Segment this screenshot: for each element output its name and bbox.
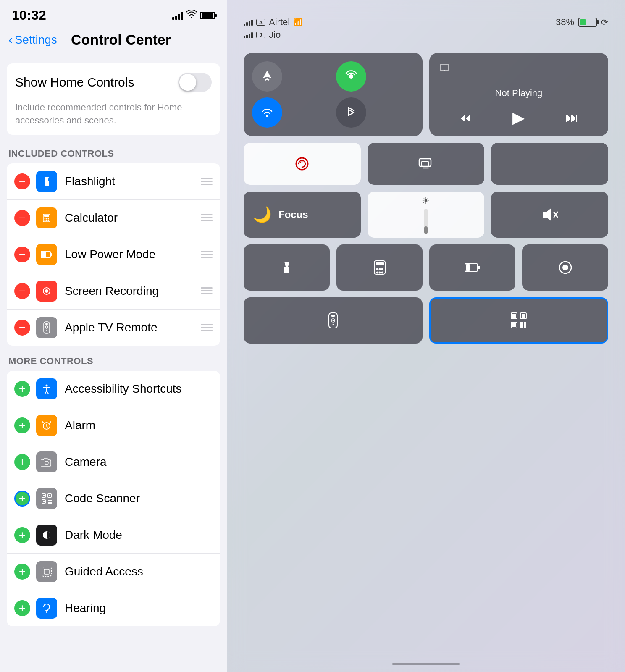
- drag-handle[interactable]: [201, 251, 213, 258]
- cc-empty-slot: [491, 143, 608, 185]
- svg-rect-26: [43, 501, 45, 502]
- svg-point-3: [45, 218, 46, 219]
- remove-tvremote-button[interactable]: [14, 320, 30, 336]
- remove-lowpower-button[interactable]: [14, 247, 30, 262]
- svg-point-4: [46, 218, 47, 219]
- cc-airplay-icon: [439, 62, 450, 74]
- carrier2-label: Jio: [269, 29, 281, 40]
- cc-row3: 🌙 Focus ☀: [244, 192, 608, 238]
- cc-focus-button[interactable]: 🌙 Focus: [244, 192, 361, 238]
- status-time: 10:32: [12, 8, 46, 23]
- svg-rect-10: [42, 252, 46, 257]
- cc-hotspot-button[interactable]: [336, 61, 366, 92]
- remove-screenrecord-button[interactable]: [14, 283, 30, 299]
- cc-signal2-icon: [244, 32, 253, 38]
- drag-handle[interactable]: [201, 287, 213, 294]
- sim2-badge: J: [256, 32, 265, 38]
- cc-focus-label: Focus: [278, 209, 308, 220]
- status-icons: [172, 10, 215, 21]
- svg-rect-25: [49, 495, 50, 496]
- svg-rect-2: [44, 215, 49, 217]
- flashlight-label: Flashlight: [65, 175, 201, 188]
- alarm-label: Alarm: [65, 419, 213, 432]
- svg-point-58: [333, 324, 334, 326]
- cc-brightness-button[interactable]: ☀: [368, 192, 485, 238]
- cc-row5: [244, 297, 608, 344]
- cc-record-button[interactable]: [522, 244, 608, 291]
- svg-point-5: [48, 218, 49, 219]
- svg-point-8: [48, 220, 49, 221]
- cc-connectivity-box[interactable]: [244, 53, 423, 136]
- svg-point-44: [378, 268, 381, 270]
- calculator-icon: [36, 207, 57, 228]
- list-item: Low Power Mode: [7, 236, 220, 273]
- svg-point-47: [378, 272, 381, 274]
- cc-play-button[interactable]: ▶: [512, 108, 525, 127]
- svg-point-7: [46, 220, 47, 221]
- svg-point-36: [296, 158, 308, 170]
- cc-remote-button[interactable]: [244, 297, 423, 344]
- remove-calculator-button[interactable]: [14, 210, 30, 226]
- add-guidedaccess-button[interactable]: [14, 564, 30, 580]
- cc-calculator-button[interactable]: [336, 244, 423, 291]
- dark-mode-icon: [36, 525, 57, 546]
- cc-row4: [244, 244, 608, 291]
- svg-rect-0: [45, 182, 48, 185]
- cc-carrier-info: A Airtel 📶 J Jio: [244, 17, 302, 40]
- add-accessibility-button[interactable]: [14, 381, 30, 397]
- cc-qr-scanner-button[interactable]: [429, 297, 608, 344]
- cc-next-button[interactable]: ⏭: [565, 110, 579, 126]
- svg-rect-66: [524, 322, 526, 325]
- drag-handle[interactable]: [201, 324, 213, 331]
- more-controls-list: Accessibility Shortcuts Alarm: [7, 371, 220, 626]
- cc-row2: [244, 143, 608, 185]
- svg-point-33: [46, 611, 47, 613]
- show-home-controls-label: Show Home Controls: [15, 75, 134, 89]
- cc-screen-lock-button[interactable]: [244, 143, 361, 185]
- cc-rotation-icon: ⟳: [601, 17, 608, 27]
- wifi-cc-icon: 📶: [293, 18, 302, 27]
- cc-wifi-button[interactable]: [252, 97, 282, 128]
- drag-handle[interactable]: [201, 214, 213, 221]
- cc-bluetooth-button[interactable]: [336, 97, 366, 128]
- add-hearing-button[interactable]: [14, 600, 30, 616]
- wifi-icon: [186, 10, 197, 21]
- list-item: Dark Mode: [7, 517, 220, 554]
- cc-media-controls: ⏮ ▶ ⏭: [439, 108, 599, 127]
- camera-label: Camera: [65, 455, 213, 469]
- back-button[interactable]: ‹ Settings: [8, 32, 57, 47]
- cc-flashlight-button[interactable]: [244, 244, 330, 291]
- add-codescanner-button[interactable]: [14, 491, 30, 507]
- add-darkmode-button[interactable]: [14, 527, 30, 543]
- tv-remote-icon: [36, 317, 57, 338]
- sim1-badge: A: [256, 19, 265, 26]
- list-item: Calculator: [7, 200, 220, 236]
- svg-rect-65: [520, 322, 523, 325]
- cc-brightness-slider[interactable]: [424, 209, 428, 234]
- cc-lowpower-button[interactable]: [429, 244, 515, 291]
- code-scanner-icon: [36, 488, 57, 509]
- drag-handle[interactable]: [201, 178, 213, 185]
- list-item: Code Scanner: [7, 480, 220, 517]
- cc-screen-mirror-button[interactable]: [368, 143, 485, 185]
- add-camera-button[interactable]: [14, 454, 30, 470]
- control-center-panel: A Airtel 📶 J Jio 38%: [227, 0, 625, 672]
- cc-carrier1-row: A Airtel 📶: [244, 17, 302, 28]
- list-item: Flashlight: [7, 163, 220, 200]
- svg-rect-11: [51, 253, 52, 256]
- cc-battery-percent: 38%: [556, 17, 574, 28]
- cc-airplane-button[interactable]: [252, 61, 282, 92]
- add-alarm-button[interactable]: [14, 417, 30, 433]
- svg-rect-67: [520, 326, 523, 328]
- remove-flashlight-button[interactable]: [14, 173, 30, 189]
- svg-rect-38: [422, 161, 428, 166]
- list-item: Alarm: [7, 407, 220, 444]
- cc-mute-button[interactable]: [491, 192, 608, 238]
- list-item: Screen Recording: [7, 273, 220, 310]
- included-controls-header: INCLUDED CONTROLS: [0, 138, 227, 163]
- codescanner-label: Code Scanner: [65, 492, 213, 505]
- cc-prev-button[interactable]: ⏮: [459, 110, 472, 126]
- show-home-controls-toggle[interactable]: [178, 73, 212, 92]
- guided-access-icon: [36, 561, 57, 582]
- svg-point-13: [45, 289, 48, 293]
